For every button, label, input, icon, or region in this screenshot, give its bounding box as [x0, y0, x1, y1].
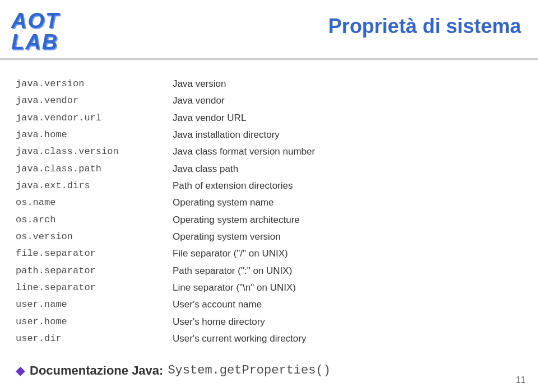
- logo: AOT LAB: [11, 10, 59, 53]
- prop-key: path.separator: [16, 263, 173, 279]
- table-row: java.homeJava installation directory: [16, 127, 521, 143]
- prop-value: Path of extension directories: [173, 178, 521, 194]
- prop-key: java.home: [16, 127, 173, 143]
- logo-aot: AOT: [11, 10, 59, 31]
- prop-value: Operating system architecture: [173, 212, 521, 228]
- prop-key: java.version: [16, 76, 173, 92]
- prop-value: User's current working directory: [173, 330, 521, 347]
- prop-value: User's home directory: [173, 314, 521, 330]
- prop-key: user.dir: [16, 330, 173, 347]
- main-content: java.versionJava versionjava.vendorJava …: [0, 60, 538, 389]
- table-row: user.nameUser's account name: [16, 296, 521, 313]
- prop-value: Java vendor: [173, 92, 521, 109]
- prop-key: file.separator: [16, 245, 173, 262]
- prop-value: Java installation directory: [173, 127, 521, 143]
- prop-key: java.vendor.url: [16, 110, 173, 127]
- table-row: path.separatorPath separator (":" on UNI…: [16, 263, 521, 279]
- prop-value: Path separator (":" on UNIX): [173, 263, 521, 279]
- properties-table: java.versionJava versionjava.vendorJava …: [16, 76, 521, 348]
- table-row: java.vendor.urlJava vendor URL: [16, 110, 521, 127]
- table-row: java.vendorJava vendor: [16, 92, 521, 109]
- table-row: line.separatorLine separator ("\n" on UN…: [16, 279, 521, 296]
- table-row: java.ext.dirsPath of extension directori…: [16, 178, 521, 194]
- table-row: os.nameOperating system name: [16, 194, 521, 211]
- bullet-diamond: ◆: [16, 363, 25, 378]
- prop-value: Java version: [173, 76, 521, 92]
- table-row: user.homeUser's home directory: [16, 314, 521, 330]
- prop-value: Operating system version: [173, 228, 521, 245]
- logo-lab: LAB: [11, 31, 59, 53]
- page-number: 11: [516, 375, 526, 385]
- prop-key: line.separator: [16, 279, 173, 296]
- prop-key: java.vendor: [16, 92, 173, 109]
- prop-key: os.name: [16, 194, 173, 211]
- header: AOT LAB Proprietà di sistema: [0, 0, 538, 60]
- prop-key: os.arch: [16, 212, 173, 228]
- prop-value: Line separator ("\n" on UNIX): [173, 279, 521, 296]
- prop-value: Java class path: [173, 161, 521, 178]
- prop-key: user.name: [16, 296, 173, 313]
- prop-key: java.ext.dirs: [16, 178, 173, 194]
- doc-label: Documentazione Java:: [30, 363, 163, 378]
- prop-key: user.home: [16, 314, 173, 330]
- prop-key: java.class.version: [16, 143, 173, 160]
- prop-value: User's account name: [173, 296, 521, 313]
- table-row: os.versionOperating system version: [16, 228, 521, 245]
- table-row: java.class.pathJava class path: [16, 161, 521, 178]
- prop-value: File separator ("/" on UNIX): [173, 245, 521, 262]
- table-row: os.archOperating system architecture: [16, 212, 521, 228]
- table-row: java.class.versionJava class format vers…: [16, 143, 521, 160]
- prop-value: Java class format version number: [173, 143, 521, 160]
- prop-value: Java vendor URL: [173, 110, 521, 127]
- page-title: Proprietà di sistema: [328, 10, 521, 38]
- table-row: user.dirUser's current working directory: [16, 330, 521, 347]
- prop-key: os.version: [16, 228, 173, 245]
- prop-value: Operating system name: [173, 194, 521, 211]
- doc-code: System.getProperties(): [168, 363, 330, 377]
- table-row: file.separatorFile separator ("/" on UNI…: [16, 245, 521, 262]
- table-row: java.versionJava version: [16, 76, 521, 92]
- prop-key: java.class.path: [16, 161, 173, 178]
- doc-section: ◆ Documentazione Java: System.getPropert…: [16, 363, 521, 378]
